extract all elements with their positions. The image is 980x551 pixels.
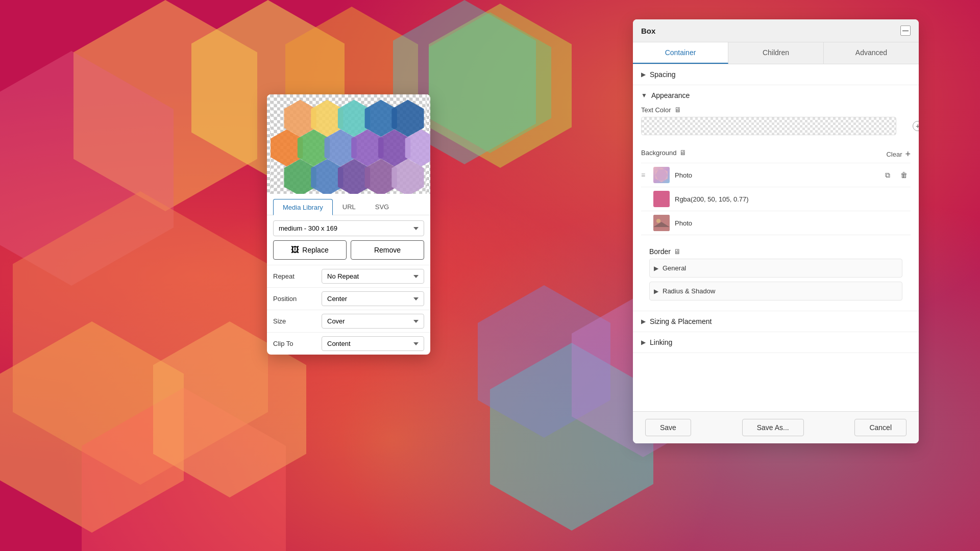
appearance-title: Appearance [651, 91, 690, 99]
media-panel: Media Library URL SVG medium - 300 x 169… [267, 94, 430, 355]
layer-name-photo-2: Photo [675, 219, 911, 227]
layer-name-photo-1: Photo [675, 171, 881, 179]
border-section: Border 🖥 ▶ General ▶ Radius & Shadow [641, 241, 911, 300]
layer-thumb-photo-2 [653, 215, 670, 231]
linking-chevron: ▶ [641, 339, 646, 346]
layer-thumb-hex [653, 167, 670, 183]
sizing-chevron: ▶ [641, 318, 646, 325]
delete-layer-1-button[interactable]: 🗑 [897, 168, 911, 182]
svg-point-38 [656, 219, 660, 223]
layer-actions-1: ⧉ 🗑 [881, 168, 911, 182]
repeat-select[interactable]: No Repeat Repeat Repeat-X Repeat-Y [322, 269, 424, 284]
border-general-row[interactable]: ▶ General [649, 259, 902, 278]
sizing-section-header[interactable]: ▶ Sizing & Placement [633, 311, 919, 332]
layer-name-color: Rgba(200, 50, 105, 0.77) [675, 195, 911, 203]
border-general-chevron: ▶ [654, 265, 658, 272]
border-title: Border [649, 247, 671, 256]
remove-button[interactable]: Remove [351, 240, 424, 260]
border-general-title: General [663, 264, 686, 272]
appearance-header[interactable]: ▼ Appearance [641, 85, 911, 106]
linking-title: Linking [650, 338, 672, 346]
bg-layer-color: Rgba(200, 50, 105, 0.77) [641, 187, 911, 211]
monitor-icon-text: 🖥 [674, 106, 681, 114]
drag-handle-1[interactable]: ≡ [641, 171, 649, 179]
box-panel: Box — Container Children Advanced ▶ Spac… [633, 19, 919, 443]
save-as-button[interactable]: Save As... [742, 419, 804, 436]
size-value-select[interactable]: Cover Contain Auto [322, 314, 424, 329]
repeat-row: Repeat No Repeat Repeat Repeat-X Repeat-… [267, 265, 430, 287]
monitor-icon-border: 🖥 [674, 247, 681, 256]
size-row: Size Cover Contain Auto [267, 310, 430, 332]
background-actions: Clear + [886, 149, 911, 159]
border-radius-chevron: ▶ [654, 288, 658, 295]
action-buttons: 🖼 Replace Remove [273, 240, 424, 260]
monitor-icon-bg: 🖥 [679, 148, 687, 157]
border-header: Border 🖥 [649, 241, 902, 259]
box-panel-header: Box — [633, 19, 919, 42]
position-select[interactable]: Center Top Bottom [322, 291, 424, 306]
border-radius-title: Radius & Shadow [663, 287, 715, 295]
media-preview [267, 94, 430, 194]
text-color-group: Text Color 🖥 + [641, 106, 911, 135]
copy-layer-1-button[interactable]: ⧉ [881, 168, 894, 182]
add-background-button[interactable]: + [905, 149, 911, 159]
bg-layer-photo-2: Photo [641, 211, 911, 235]
background-section: Background 🖥 Clear + ≡ [641, 142, 911, 235]
replace-button[interactable]: 🖼 Replace [273, 240, 347, 260]
text-color-label-row: Text Color 🖥 [641, 106, 911, 114]
layer-thumb-color [653, 191, 670, 207]
position-label: Position [273, 295, 322, 303]
sizing-title: Sizing & Placement [650, 317, 712, 325]
repeat-label: Repeat [273, 272, 322, 280]
appearance-section: ▼ Appearance Text Color 🖥 + [633, 85, 919, 311]
clip-to-row: Clip To Content Padding Border [267, 332, 430, 355]
spacing-section-header[interactable]: ▶ Spacing [633, 64, 919, 85]
position-row: Position Center Top Bottom [267, 287, 430, 310]
size-label: Size [273, 317, 322, 325]
text-color-label: Text Color [641, 106, 671, 114]
panel-footer: Save Save As... Cancel [633, 411, 919, 443]
tab-container[interactable]: Container [633, 42, 728, 64]
add-text-color-button[interactable]: + [913, 121, 919, 131]
background-label-row: Background 🖥 Clear + [641, 142, 911, 163]
panel-tabs: Container Children Advanced [633, 42, 919, 64]
clip-to-select[interactable]: Content Padding Border [322, 336, 424, 351]
media-controls: medium - 300 x 169 small - 150 x 84 larg… [267, 215, 430, 265]
clip-to-label: Clip To [273, 340, 322, 347]
minimize-button[interactable]: — [900, 26, 911, 36]
preview-hex-image [267, 94, 430, 194]
background-label: Background 🖥 [641, 148, 687, 157]
tab-svg[interactable]: SVG [365, 199, 399, 215]
spacing-chevron: ▶ [641, 71, 646, 78]
minimize-icon: — [902, 27, 909, 34]
image-icon: 🖼 [291, 245, 299, 255]
size-dropdown[interactable]: medium - 300 x 169 small - 150 x 84 larg… [273, 220, 424, 236]
box-panel-title: Box [641, 27, 655, 35]
tab-children[interactable]: Children [728, 42, 824, 64]
cancel-button[interactable]: Cancel [854, 419, 906, 436]
tab-advanced[interactable]: Advanced [824, 42, 919, 64]
appearance-chevron: ▼ [641, 92, 647, 99]
save-button[interactable]: Save [645, 419, 691, 436]
text-color-swatch[interactable] [641, 117, 896, 135]
tab-media-library[interactable]: Media Library [273, 199, 333, 215]
spacing-title: Spacing [650, 70, 676, 79]
linking-section-header[interactable]: ▶ Linking [633, 332, 919, 353]
border-radius-row[interactable]: ▶ Radius & Shadow [649, 282, 902, 300]
media-tabs: Media Library URL SVG [267, 194, 430, 215]
clear-background-button[interactable]: Clear [886, 151, 902, 158]
appearance-content: Text Color 🖥 + Background 🖥 [641, 106, 911, 300]
panel-body: ▶ Spacing ▼ Appearance Text Color 🖥 + [633, 64, 919, 411]
bg-layer-photo-1: ≡ Photo ⧉ 🗑 [641, 163, 911, 187]
size-select-row: medium - 300 x 169 small - 150 x 84 larg… [273, 220, 424, 236]
tab-url[interactable]: URL [333, 199, 365, 215]
